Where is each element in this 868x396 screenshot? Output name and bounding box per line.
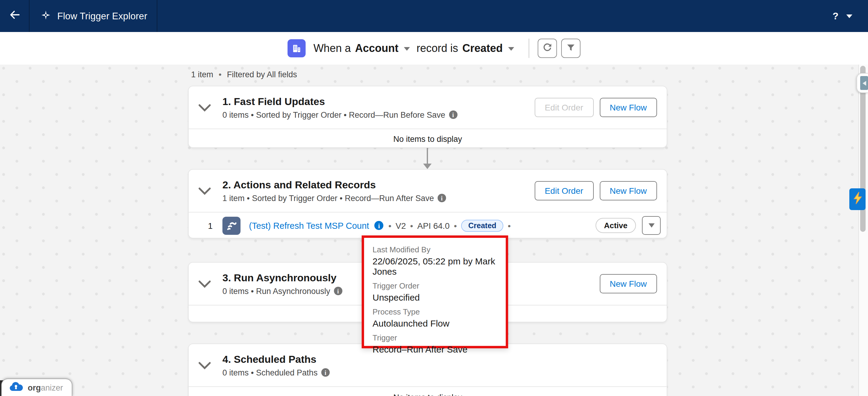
flow-details-tooltip: Last Modified By 22/06/2025, 05:22 pm by… <box>362 235 508 348</box>
filter-button[interactable] <box>561 39 581 58</box>
section-subtitle-text: 1 item • Sorted by Trigger Order • Recor… <box>222 194 434 202</box>
section-subtitle-text: 0 items • Sorted by Trigger Order • Reco… <box>222 110 445 119</box>
bullet-separator: • <box>454 221 457 230</box>
section-title-block: 1. Fast Field Updates 0 items • Sorted b… <box>222 96 457 119</box>
section-subtitle: 0 items • Run Asynchronously i <box>222 286 342 295</box>
info-icon[interactable]: i <box>321 368 330 377</box>
collapse-toggle[interactable] <box>198 361 212 369</box>
organizer-label-bold: org <box>28 383 41 392</box>
info-icon[interactable]: i <box>375 221 384 230</box>
tooltip-field-label: Last Modified By <box>373 245 497 254</box>
flow-name-link[interactable]: (Test) Refresh Test MSP Count <box>249 221 369 230</box>
section-title-block: 2. Actions and Related Records 1 item • … <box>222 179 446 202</box>
lightning-extension-tab[interactable] <box>849 188 866 210</box>
collapse-toggle[interactable] <box>198 104 212 111</box>
flow-row: 1 (Test) Refresh Test MSP Count i • V2 <box>189 212 667 238</box>
back-button[interactable] <box>0 0 30 32</box>
account-object-icon <box>287 39 306 57</box>
tooltip-field-value: 22/06/2025, 05:22 pm by Mark Jones <box>373 256 497 277</box>
section-title: 1. Fast Field Updates <box>222 96 457 108</box>
tooltip-field-label: Trigger <box>373 333 497 342</box>
flow-icon <box>222 217 241 234</box>
tooltip-field-value: Unspecified <box>373 292 497 303</box>
section-actions: New Flow <box>599 274 657 293</box>
status-badge: Active <box>595 218 636 233</box>
vertical-scrollbar[interactable] <box>858 64 868 396</box>
info-icon[interactable]: i <box>334 287 342 295</box>
section-subtitle-text: 0 items • Run Asynchronously <box>222 286 330 295</box>
section-title: 4. Scheduled Paths <box>222 353 330 366</box>
organizer-label-rest: anizer <box>41 383 63 392</box>
empty-state: No items to display <box>189 129 667 148</box>
lightning-bolt-icon <box>852 191 862 207</box>
chevron-down-icon[interactable] <box>508 47 514 51</box>
chevron-down-icon[interactable] <box>404 47 410 51</box>
collapse-toggle[interactable] <box>198 280 212 288</box>
event-select-value[interactable]: Created <box>462 42 503 55</box>
row-index: 1 <box>208 221 218 230</box>
sentence-middle: record is <box>416 42 458 55</box>
refresh-icon <box>542 42 553 55</box>
edit-order-button[interactable]: Edit Order <box>534 181 593 200</box>
new-flow-button[interactable]: New Flow <box>599 274 657 293</box>
section-header: 2. Actions and Related Records 1 item • … <box>189 170 667 212</box>
section-subtitle-text: 0 items • Scheduled Paths <box>222 368 318 377</box>
top-nav: Flow Trigger Explorer ? <box>0 0 868 32</box>
flow-trigger-explorer-page: Flow Trigger Explorer ? When a Account <box>0 0 868 396</box>
section-actions: Edit Order New Flow <box>534 98 657 117</box>
edit-order-button[interactable]: Edit Order <box>534 98 593 117</box>
item-count: 1 item <box>191 70 213 79</box>
tooltip-field-label: Trigger Order <box>373 281 497 290</box>
section-subtitle: 1 item • Sorted by Trigger Order • Recor… <box>222 194 446 202</box>
sentence-prefix: When a <box>313 42 351 55</box>
collapse-toggle[interactable] <box>198 187 212 195</box>
organizer-cloud-icon <box>9 381 24 394</box>
section-fast-field-updates: 1. Fast Field Updates 0 items • Sorted b… <box>188 86 667 148</box>
info-icon[interactable]: i <box>449 111 457 119</box>
bullet-separator: • <box>219 70 221 79</box>
flow-connector-arrow <box>423 148 432 169</box>
object-select-value[interactable]: Account <box>355 42 398 55</box>
flow-row-controls: Active <box>595 216 661 235</box>
trigger-sentence: When a Account record is Created <box>313 42 517 55</box>
tooltip-field-value: Record–Run After Save <box>373 344 497 355</box>
chevron-down-icon <box>648 223 654 228</box>
section-title-block: 4. Scheduled Paths 0 items • Scheduled P… <box>222 353 330 377</box>
flow-version: V2 <box>396 221 406 230</box>
bullet-separator: • <box>508 221 511 230</box>
created-badge: Created <box>461 220 504 231</box>
nav-right-controls: ? <box>832 0 868 32</box>
section-subtitle: 0 items • Scheduled Paths i <box>222 368 330 377</box>
tooltip-field-value: Autolaunched Flow <box>373 318 497 329</box>
flow-row-meta: i • V2 • API 64.0 • Created • <box>374 220 511 231</box>
organizer-extension-badge[interactable]: organizer <box>1 378 72 396</box>
flow-api-version: API 64.0 <box>417 221 450 230</box>
filtered-by-text: Filtered by All fields <box>227 70 297 79</box>
section-title-block: 3. Run Asynchronously 0 items • Run Asyn… <box>222 272 342 295</box>
organizer-label: organizer <box>28 383 63 392</box>
tooltip-field-label: Process Type <box>373 307 497 316</box>
new-flow-button[interactable]: New Flow <box>599 98 657 117</box>
flow-star-icon <box>41 10 51 22</box>
section-actions: Edit Order New Flow <box>534 181 657 200</box>
content-area: 1 item • Filtered by All fields 1. Fast … <box>0 64 868 396</box>
section-title: 3. Run Asynchronously <box>222 272 342 284</box>
side-panel-tab[interactable] <box>857 73 868 93</box>
trigger-selector-bar: When a Account record is Created <box>0 32 868 65</box>
new-flow-button[interactable]: New Flow <box>599 181 657 200</box>
bullet-separator: • <box>410 221 413 230</box>
refresh-button[interactable] <box>538 39 557 58</box>
empty-state: No items to display <box>189 386 667 396</box>
row-actions-dropdown[interactable] <box>642 216 661 235</box>
chevron-down-icon[interactable] <box>846 14 852 18</box>
bullet-separator: • <box>389 221 392 230</box>
info-icon[interactable]: i <box>438 194 446 202</box>
filter-funnel-icon <box>565 42 576 55</box>
section-actions-related-records: 2. Actions and Related Records 1 item • … <box>188 169 667 238</box>
help-icon[interactable]: ? <box>832 10 838 22</box>
arrow-left-icon <box>8 8 21 24</box>
chevron-left-icon <box>860 76 868 90</box>
section-header: 1. Fast Field Updates 0 items • Sorted b… <box>189 86 667 129</box>
app-header: Flow Trigger Explorer <box>30 0 158 32</box>
divider <box>529 39 529 58</box>
